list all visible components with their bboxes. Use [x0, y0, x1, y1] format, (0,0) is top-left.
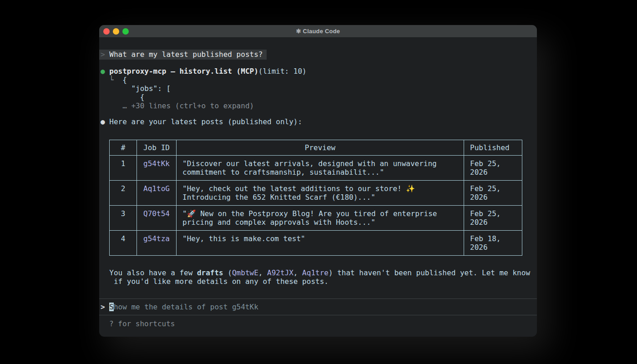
- column-header: Published: [464, 140, 522, 156]
- table-cell: 3: [110, 206, 137, 231]
- table-row: 2Aq1toG"Hey, check out the latest additi…: [110, 181, 522, 206]
- shortcuts-hint: ? for shortcuts: [99, 315, 537, 328]
- screen: ✻ Claude Code > What are my latest publi…: [0, 0, 637, 364]
- table-cell: g54tza: [137, 231, 177, 256]
- traffic-lights: [103, 25, 129, 38]
- table-cell: "Discover our latest arrivals, designed …: [177, 156, 464, 181]
- table-cell: 4: [110, 231, 137, 256]
- table-cell: Feb 25, 2026: [464, 206, 522, 231]
- tool-result-line: └ {: [99, 76, 537, 84]
- prompt-chevron-icon: >: [101, 303, 105, 311]
- table-cell: Aq1toG: [137, 181, 177, 206]
- input-text: how me the details of post g54tKk: [114, 303, 258, 311]
- terminal-content: > What are my latest published posts? ● …: [99, 38, 537, 337]
- drafts-note-line: You also have a few drafts (QmbtwE, A92t…: [99, 268, 537, 277]
- column-header: #: [110, 140, 137, 156]
- window-titlebar[interactable]: ✻ Claude Code: [99, 25, 537, 38]
- tool-result-line: {: [99, 93, 537, 101]
- tool-call-title: ● postproxy-mcp – history.list (MCP)(lim…: [99, 67, 537, 76]
- table-body: 1g54tKk"Discover our latest arrivals, de…: [110, 156, 522, 256]
- table-row: 1g54tKk"Discover our latest arrivals, de…: [110, 156, 522, 181]
- text-cursor: S: [109, 303, 114, 311]
- table-row: 4g54tza"Hey, this is make.com test"Feb 1…: [110, 231, 522, 256]
- zoom-button[interactable]: [122, 28, 129, 35]
- table-cell: Feb 25, 2026: [464, 156, 522, 181]
- assistant-response-intro: ● Here are your latest posts (published …: [99, 117, 537, 126]
- posts-table-wrap: #Job IDPreviewPublished 1g54tKk"Discover…: [109, 140, 537, 256]
- table-cell: 2: [110, 181, 137, 206]
- table-cell: "🚀 New on the Postproxy Blog! Are you ti…: [177, 206, 464, 231]
- terminal-window: ✻ Claude Code > What are my latest publi…: [99, 25, 537, 337]
- table-cell: Feb 25, 2026: [464, 181, 522, 206]
- drafts-note: You also have a few drafts (QmbtwE, A92t…: [99, 268, 537, 286]
- terminal-input[interactable]: >Show me the details of post g54tKk: [99, 299, 537, 315]
- table-cell: Feb 18, 2026: [464, 231, 522, 256]
- table-row: 3Q70t54"🚀 New on the Postproxy Blog! Are…: [110, 206, 522, 231]
- input-area: >Show me the details of post g54tKk ? fo…: [99, 298, 537, 328]
- posts-table: #Job IDPreviewPublished 1g54tKk"Discover…: [109, 140, 522, 256]
- table-header-row: #Job IDPreviewPublished: [110, 140, 522, 156]
- column-header: Preview: [177, 140, 464, 156]
- minimize-button[interactable]: [113, 28, 119, 35]
- table-cell: "Hey, check out the latest additions to …: [177, 181, 464, 206]
- tool-result-line: "jobs": [: [99, 84, 537, 93]
- table-cell: 1: [110, 156, 137, 181]
- column-header: Job ID: [137, 140, 177, 156]
- user-message: > What are my latest published posts?: [99, 50, 537, 60]
- table-cell: g54tKk: [137, 156, 177, 181]
- table-cell: Q70t54: [137, 206, 177, 231]
- user-message-text: > What are my latest published posts?: [99, 50, 267, 60]
- drafts-note-line: if you'd like more details on any of the…: [99, 277, 537, 286]
- close-button[interactable]: [103, 28, 110, 35]
- table-cell: "Hey, this is make.com test": [177, 231, 464, 256]
- window-title: ✻ Claude Code: [296, 28, 340, 35]
- tool-result-expand-hint: … +30 lines (ctrl+o to expand): [99, 101, 537, 110]
- tool-call-block: ● postproxy-mcp – history.list (MCP)(lim…: [99, 67, 537, 110]
